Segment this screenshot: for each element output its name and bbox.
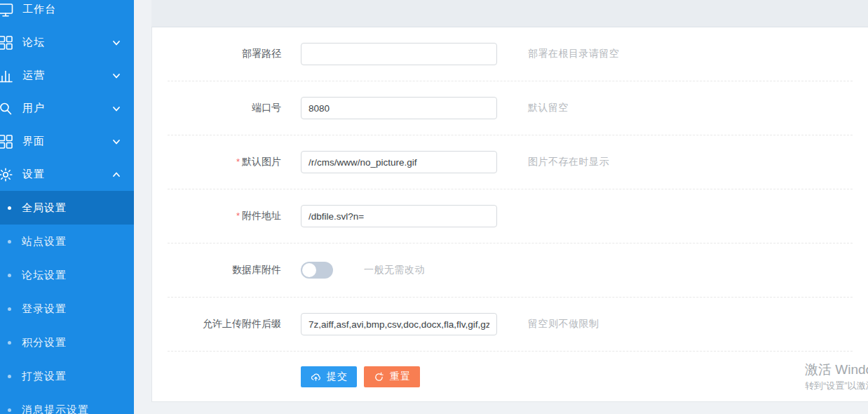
form-row-upload-suffix: 允许上传附件后缀 留空则不做限制 (168, 298, 853, 352)
settings-gear-icon (0, 166, 14, 183)
form-row-attachment-url: *附件地址 (168, 189, 853, 243)
required-mark: * (236, 211, 240, 221)
sidebar-main-menu: 工作台 论坛 运营 用户 (0, 0, 134, 191)
attachment-url-input[interactable] (301, 205, 497, 227)
field-label: 部署路径 (168, 48, 301, 60)
submit-button-label: 提交 (327, 370, 348, 383)
submenu-item-label: 积分设置 (22, 336, 67, 349)
sidebar-item-message-notify-settings[interactable]: 消息提示设置 (0, 393, 134, 414)
field-label-text: 部署路径 (242, 48, 281, 59)
sidebar-item-operation[interactable]: 运营 (0, 59, 134, 92)
settings-form-card: 部署路径 部署在根目录请留空 端口号 默认留空 *默认图片 图片不存在时显示 *… (151, 27, 868, 402)
upload-suffix-input[interactable] (301, 313, 497, 335)
field-hint: 一般无需改动 (364, 264, 425, 276)
bullet-dot-icon (8, 206, 11, 210)
bullet-dot-icon (8, 341, 11, 345)
workbench-monitor-icon (0, 1, 14, 18)
field-hint: 图片不存在时显示 (528, 156, 609, 168)
sidebar-item-reward-settings[interactable]: 打赏设置 (0, 359, 134, 393)
sidebar-item-label: 界面 (22, 135, 111, 148)
form-actions-row: 提交 重置 (168, 352, 853, 402)
sidebar-item-label: 论坛 (22, 36, 111, 49)
sidebar-item-global-settings[interactable]: 全局设置 (0, 191, 134, 225)
cloud-upload-icon (310, 371, 322, 383)
bullet-dot-icon (8, 240, 11, 243)
deploy-path-input[interactable] (301, 43, 497, 65)
form-row-port: 端口号 默认留空 (168, 81, 853, 135)
sidebar-item-login-settings[interactable]: 登录设置 (0, 292, 134, 326)
required-mark: * (236, 156, 240, 167)
reset-button[interactable]: 重置 (364, 366, 420, 387)
chevron-down-icon (111, 104, 121, 114)
sidebar-item-forum[interactable]: 论坛 (0, 26, 134, 59)
reset-button-label: 重置 (390, 370, 411, 383)
field-hint: 默认留空 (528, 102, 569, 114)
sidebar-item-user[interactable]: 用户 (0, 92, 134, 125)
field-label: 数据库附件 (168, 264, 301, 276)
chevron-down-icon (111, 71, 121, 81)
form-row-db-attachment: 数据库附件 一般无需改动 (168, 243, 853, 298)
form-row-default-image: *默认图片 图片不存在时显示 (168, 135, 853, 189)
user-search-icon (0, 100, 14, 117)
sidebar-item-label: 工作台 (22, 3, 134, 16)
field-hint: 部署在根目录请留空 (528, 48, 620, 60)
toggle-knob (302, 263, 316, 277)
bullet-dot-icon (8, 408, 11, 412)
forum-grid-icon (0, 34, 14, 51)
submenu-item-label: 论坛设置 (22, 269, 67, 282)
sidebar-item-label: 用户 (22, 102, 111, 115)
form-row-deploy-path: 部署路径 部署在根目录请留空 (168, 27, 853, 81)
field-label-text: 默认图片 (242, 156, 281, 167)
field-label-text: 附件地址 (242, 210, 281, 221)
db-attachment-toggle[interactable] (301, 262, 333, 279)
interface-grid-icon (0, 133, 14, 150)
submenu-item-label: 登录设置 (22, 302, 67, 316)
chevron-down-icon (111, 38, 121, 48)
submenu-item-label: 站点设置 (22, 235, 67, 248)
bullet-dot-icon (8, 307, 11, 311)
submenu-item-label: 打赏设置 (22, 370, 67, 383)
operation-chart-icon (0, 67, 14, 84)
bullet-dot-icon (8, 274, 11, 277)
submenu-item-label: 消息提示设置 (22, 403, 89, 414)
sidebar-item-settings[interactable]: 设置 (0, 158, 134, 191)
field-label-text: 数据库附件 (232, 264, 281, 275)
top-toolbar-strip (151, 0, 868, 27)
sidebar-settings-submenu: 全局设置 站点设置 论坛设置 登录设置 积分设置 打赏设置 消息提示设置 (0, 191, 134, 414)
sidebar-item-label: 设置 (22, 168, 111, 181)
field-label-text: 端口号 (252, 102, 281, 113)
sidebar-item-site-settings[interactable]: 站点设置 (0, 225, 134, 258)
refresh-icon (373, 371, 385, 383)
sidebar-item-label: 运营 (22, 69, 111, 82)
field-label: 端口号 (168, 102, 301, 114)
field-label: *默认图片 (168, 156, 301, 168)
submit-button[interactable]: 提交 (301, 366, 357, 387)
sidebar-item-interface[interactable]: 界面 (0, 125, 134, 158)
chevron-up-icon (111, 170, 121, 180)
sidebar: 工作台 论坛 运营 用户 (0, 0, 134, 414)
chevron-down-icon (111, 137, 121, 147)
field-hint: 留空则不做限制 (528, 318, 599, 330)
sidebar-item-forum-settings[interactable]: 论坛设置 (0, 258, 134, 292)
sidebar-item-workbench[interactable]: 工作台 (0, 0, 134, 26)
submenu-item-label: 全局设置 (22, 201, 67, 215)
field-label-text: 允许上传附件后缀 (203, 318, 281, 329)
bullet-dot-icon (8, 375, 11, 378)
field-label: 允许上传附件后缀 (168, 318, 301, 330)
field-label: *附件地址 (168, 210, 301, 222)
sidebar-item-points-settings[interactable]: 积分设置 (0, 326, 134, 359)
default-image-input[interactable] (301, 151, 497, 173)
port-input[interactable] (301, 97, 497, 119)
